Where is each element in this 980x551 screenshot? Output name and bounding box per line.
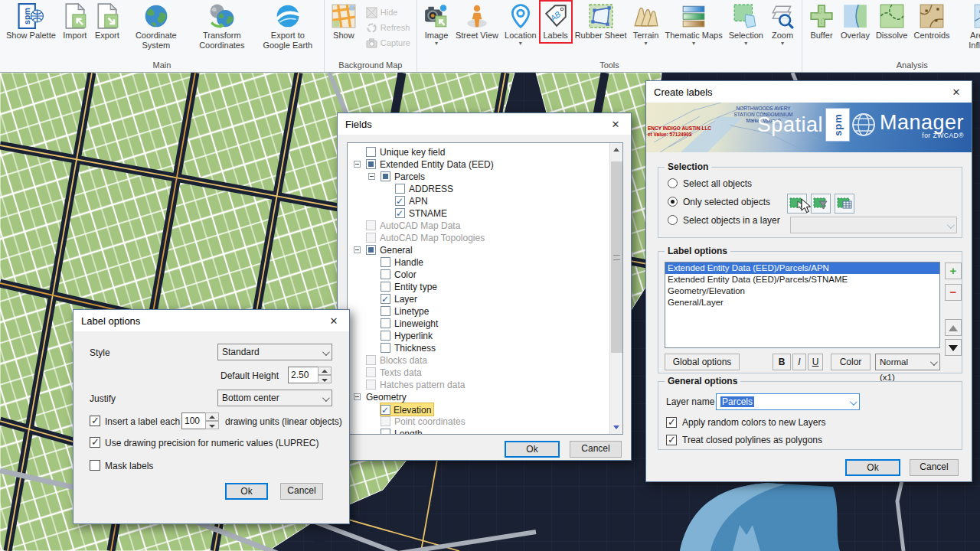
tree-checkbox[interactable]	[395, 196, 405, 206]
collapse-icon[interactable]	[354, 161, 361, 168]
select-filter-button[interactable]	[811, 194, 831, 214]
label-list-item[interactable]: Geometry/Elevation	[665, 285, 939, 297]
tree-item-linetype[interactable]: Linetype	[348, 305, 622, 318]
fields-tree-scrollbar[interactable]	[609, 143, 622, 434]
radio-button-icon[interactable]	[668, 215, 678, 225]
tree-item-unique-key-field[interactable]: Unique key field	[348, 146, 622, 158]
create-labels-cancel-button[interactable]: Cancel	[910, 459, 959, 476]
luprec-checkbox[interactable]	[90, 437, 100, 448]
fields-dialog-titlebar[interactable]: Fields ✕	[338, 113, 631, 135]
tree-item-thickness[interactable]: Thickness	[348, 342, 622, 354]
fields-cancel-button[interactable]: Cancel	[570, 441, 622, 458]
radio-only-selected-objects[interactable]: Only selected objects	[668, 197, 770, 207]
select-objects-button[interactable]	[787, 194, 807, 214]
spin-down-icon[interactable]	[318, 375, 332, 383]
ribbon-button-areas-of-influence[interactable]: Areas of Influence	[954, 2, 980, 51]
radio-select-objects-in-a-layer[interactable]: Select objects in a layer	[668, 215, 780, 226]
tree-checkbox[interactable]	[381, 171, 390, 181]
fields-tree[interactable]: Unique key fieldExtended Entity Data (EE…	[347, 142, 623, 435]
create-labels-ok-button[interactable]: Ok	[845, 459, 900, 476]
fields-ok-button[interactable]: Ok	[505, 441, 560, 458]
ribbon-button-transform-coordinates[interactable]: Transform Coordinates	[190, 2, 254, 51]
tree-checkbox[interactable]	[381, 269, 390, 279]
select-table-button[interactable]	[835, 194, 854, 214]
collapse-icon[interactable]	[368, 173, 375, 180]
tree-item-address[interactable]: ADDRESS	[348, 183, 622, 195]
label-options-titlebar[interactable]: Label options ✕	[74, 310, 349, 331]
tree-item-length[interactable]: Length	[348, 428, 622, 435]
label-list-item[interactable]: Extended Entity Data (EED)/Parcels/STNAM…	[665, 274, 939, 285]
label-options-cancel-button[interactable]: Cancel	[280, 483, 323, 500]
tree-item-color[interactable]: Color	[348, 269, 622, 281]
create-labels-titlebar[interactable]: Create labels ✕	[646, 81, 972, 103]
scroll-up-icon[interactable]	[610, 143, 623, 156]
ribbon-button-coordinate-system[interactable]: Coordinate System	[124, 2, 188, 51]
ribbon-button-overlay[interactable]: Overlay	[838, 2, 872, 42]
close-icon[interactable]: ✕	[326, 315, 341, 327]
tree-checkbox[interactable]	[381, 282, 390, 292]
tree-checkbox[interactable]	[381, 343, 390, 353]
ribbon-button-export[interactable]: Export	[92, 2, 122, 42]
tree-item-point-coordinates[interactable]: Point coordinates	[348, 416, 622, 428]
ribbon-button-import[interactable]: Import	[60, 2, 90, 42]
ribbon-button-centroids[interactable]: Centroids	[911, 2, 952, 42]
add-label-button[interactable]: +	[945, 262, 962, 279]
cad-canvas[interactable]: Fields ✕ Unique key fieldExtended Entity…	[0, 73, 980, 551]
tree-item-elevation[interactable]: Elevation	[348, 403, 622, 416]
checkbox-icon[interactable]	[666, 435, 677, 445]
tree-item-hyperlink[interactable]: Hyperlink	[348, 330, 622, 342]
ribbon-button-show[interactable]: Show	[328, 2, 359, 42]
color-button[interactable]: Color	[831, 354, 871, 370]
move-up-button[interactable]	[945, 319, 962, 336]
tree-checkbox[interactable]	[366, 380, 376, 390]
ribbon-button-terrain[interactable]: Terrain▾	[631, 2, 662, 47]
italic-button[interactable]: I	[792, 354, 806, 370]
close-icon[interactable]: ✕	[608, 119, 623, 130]
ribbon-button-export-to-google-earth[interactable]: Export to Google Earth	[256, 2, 320, 51]
ribbon-button-thematic-maps[interactable]: Thematic Maps▾	[663, 2, 725, 47]
tree-checkbox[interactable]	[366, 220, 376, 230]
text-size-combo[interactable]: Normal (x1)	[875, 354, 940, 370]
ribbon-button-street-view[interactable]: Street View	[453, 2, 501, 42]
radio-button-icon[interactable]	[668, 197, 678, 207]
ribbon-button-location[interactable]: Location▾	[502, 2, 539, 47]
tree-item-handle[interactable]: Handle	[348, 256, 622, 269]
bold-button[interactable]: B	[773, 354, 791, 370]
insert-label-checkbox[interactable]	[90, 416, 100, 426]
tree-checkbox[interactable]	[366, 147, 376, 157]
ribbon-button-labels[interactable]: ABLabels	[541, 2, 571, 42]
insert-each-stepper[interactable]: 100	[181, 412, 219, 429]
label-list-item[interactable]: Extended Entity Data (EED)/Parcels/APN	[665, 262, 939, 274]
tree-checkbox[interactable]	[381, 416, 390, 426]
tree-checkbox[interactable]	[366, 367, 376, 377]
tree-checkbox[interactable]	[381, 318, 390, 328]
tree-checkbox[interactable]	[366, 355, 376, 365]
tree-checkbox[interactable]	[366, 159, 376, 169]
tree-checkbox[interactable]	[366, 245, 376, 255]
radio-button-icon[interactable]	[668, 178, 678, 188]
tree-item-general[interactable]: General	[348, 244, 622, 256]
tree-item-geometry[interactable]: Geometry	[348, 391, 622, 403]
label-fields-listbox[interactable]: Extended Entity Data (EED)/Parcels/APNEx…	[665, 262, 940, 348]
tree-checkbox[interactable]	[381, 294, 390, 304]
tree-item-apn[interactable]: APN	[348, 195, 622, 207]
checkbox-treat-closed-polylines-as-polygons[interactable]: Treat closed polylines as polygons	[666, 435, 822, 445]
scroll-down-icon[interactable]	[610, 421, 623, 434]
spin-up-icon[interactable]	[205, 412, 219, 421]
tree-checkbox[interactable]	[381, 306, 390, 316]
layer-name-combo[interactable]: Parcels	[716, 393, 860, 410]
ribbon-button-rubber-sheet[interactable]: Rubber Sheet	[573, 2, 629, 42]
tree-checkbox[interactable]	[381, 405, 390, 415]
tree-item-autocad-map-topologies[interactable]: AutoCAD Map Topologies	[348, 232, 622, 244]
tree-checkbox[interactable]	[366, 233, 376, 243]
collapse-icon[interactable]	[354, 246, 361, 253]
tree-item-parcels[interactable]: Parcels	[348, 171, 622, 183]
remove-label-button[interactable]: −	[945, 284, 962, 301]
tree-item-blocks-data[interactable]: Blocks data	[348, 354, 622, 367]
spin-up-icon[interactable]	[318, 367, 332, 375]
label-options-ok-button[interactable]: Ok	[225, 483, 268, 500]
tree-checkbox[interactable]	[395, 184, 405, 194]
spin-down-icon[interactable]	[205, 421, 219, 429]
mask-labels-checkbox[interactable]	[90, 460, 100, 471]
underline-button[interactable]: U	[808, 354, 823, 370]
